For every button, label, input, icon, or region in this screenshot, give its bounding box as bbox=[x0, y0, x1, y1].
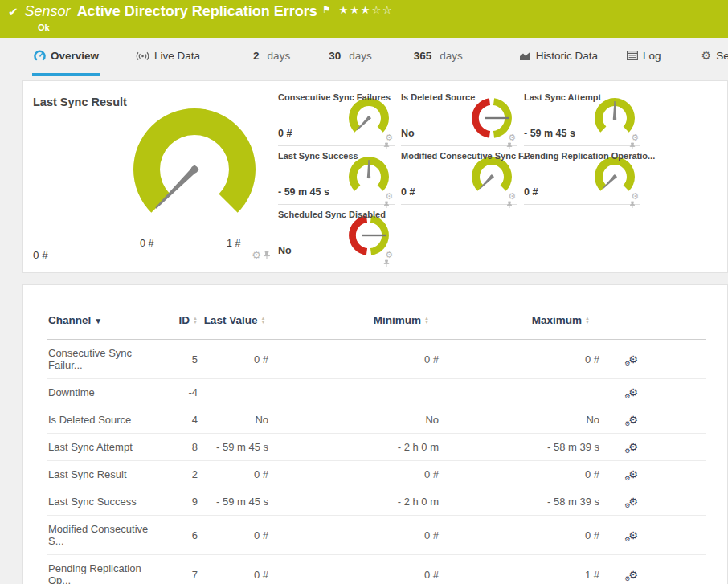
pin-icon[interactable] bbox=[629, 142, 636, 150]
channel-settings-icon[interactable]: ⚙⚙ bbox=[628, 496, 638, 508]
channel-minimum: 0 # bbox=[270, 340, 440, 379]
channel-settings-icon[interactable]: ⚙⚙ bbox=[628, 386, 638, 398]
table-row[interactable]: Consecutive Sync Failur... 5 0 # 0 # 0 #… bbox=[47, 340, 706, 379]
channel-name[interactable]: Downtime bbox=[47, 379, 167, 406]
tab-number: 30 bbox=[329, 50, 341, 62]
sort-icon: ▲▼ bbox=[260, 317, 265, 325]
column-header-channel[interactable]: Channel▼ bbox=[47, 303, 167, 340]
gauge-settings-gear-icon[interactable]: ⚙ bbox=[508, 133, 516, 142]
channel-settings-icon[interactable]: ⚙⚙ bbox=[628, 353, 638, 366]
tab-2-days[interactable]: 2 days bbox=[252, 38, 292, 76]
sensor-header: ✔ Sensor Active Directory Replication Er… bbox=[0, 0, 728, 38]
pin-icon[interactable] bbox=[263, 251, 271, 260]
tab-log[interactable]: Log bbox=[625, 38, 663, 76]
channel-name[interactable]: Modified Consecutive S... bbox=[47, 516, 167, 555]
channel-name[interactable]: Last Sync Success bbox=[47, 488, 167, 516]
channel-name[interactable]: Is Deleted Source bbox=[47, 406, 167, 434]
table-row[interactable]: Modified Consecutive S... 6 0 # 0 # 0 # … bbox=[47, 516, 706, 555]
gauge-settings-gear-icon[interactable]: ⚙ bbox=[385, 192, 393, 201]
tab-live-data[interactable]: Live Data bbox=[134, 38, 202, 76]
table-row[interactable]: Last Sync Result 2 0 # 0 # 0 # ⚙⚙ bbox=[47, 461, 706, 488]
channel-maximum: 0 # bbox=[440, 516, 601, 555]
table-row[interactable]: Last Sync Attempt 8 - 59 m 45 s - 2 h 0 … bbox=[47, 434, 706, 461]
tab-overview[interactable]: Overview bbox=[32, 38, 100, 76]
column-header-id[interactable]: ID▲▼ bbox=[167, 303, 199, 340]
channel-name[interactable]: Last Sync Attempt bbox=[47, 434, 167, 461]
channel-minimum: No bbox=[270, 406, 440, 434]
priority-stars[interactable]: ★★★☆☆ bbox=[339, 4, 394, 16]
channel-last-value: 0 # bbox=[199, 461, 270, 488]
channel-maximum: - 58 m 39 s bbox=[440, 488, 601, 516]
tab-bar: Overview Live Data 2 days 30 days 365 da… bbox=[0, 38, 728, 76]
pin-icon[interactable] bbox=[506, 201, 513, 209]
channel-minimum: - 2 h 0 m bbox=[270, 434, 440, 461]
channel-settings-icon[interactable]: ⚙⚙ bbox=[628, 414, 638, 426]
channel-table: Channel▼ ID▲▼ Last Value▲▼ Minimum▲▼ Max… bbox=[47, 303, 706, 584]
channel-id: 5 bbox=[167, 340, 199, 379]
live-data-icon bbox=[136, 51, 149, 61]
channel-id: 8 bbox=[167, 434, 199, 461]
gauge-cell-last-sync-result: Last Sync Result 0 # 1 # 0 # ⚙ bbox=[31, 86, 274, 267]
gauge-cell-last-sync-attempt: Last Sync Attempt - 59 m 45 s ⚙ bbox=[524, 88, 640, 146]
gauge-title: Last Sync Attempt bbox=[524, 88, 640, 102]
column-header-minimum[interactable]: Minimum▲▼ bbox=[270, 303, 440, 340]
channel-id: 4 bbox=[167, 406, 199, 434]
table-row[interactable]: Last Sync Success 9 - 59 m 45 s - 2 h 0 … bbox=[47, 488, 706, 516]
table-row[interactable]: Downtime -4 ⚙⚙ bbox=[47, 379, 706, 406]
small-gauge-grid: Consecutive Sync Failures 0 # ⚙ Is Delet… bbox=[278, 88, 640, 263]
gauge-cell-modified-consecutive-sync-failures: Modified Consecutive Sync F... 0 # ⚙ bbox=[401, 146, 517, 205]
tab-number: 2 bbox=[253, 50, 260, 62]
channel-maximum: - 58 m 39 s bbox=[440, 434, 601, 461]
gauge-settings-gear-icon[interactable]: ⚙ bbox=[252, 250, 261, 260]
sensor-kind-label: Sensor bbox=[25, 3, 71, 20]
channel-minimum: - 2 h 0 m bbox=[270, 488, 440, 516]
flag-icon[interactable]: ⚑ bbox=[322, 4, 331, 15]
gauge-settings-gear-icon[interactable]: ⚙ bbox=[385, 251, 393, 259]
tab-historic-data[interactable]: Historic Data bbox=[517, 38, 599, 76]
gauge-cell-scheduled-sync-disabled: Scheduled Sync Disabled No ⚙ bbox=[278, 205, 395, 263]
pin-icon[interactable] bbox=[506, 142, 513, 150]
table-row[interactable]: Pending Replication Op... 7 0 # 0 # 1 # … bbox=[47, 555, 706, 584]
channel-last-value: 0 # bbox=[199, 340, 270, 379]
gauge-settings-gear-icon[interactable]: ⚙ bbox=[508, 192, 516, 201]
channel-settings-icon[interactable]: ⚙⚙ bbox=[628, 529, 638, 541]
channel-last-value: No bbox=[199, 406, 270, 434]
channel-name[interactable]: Consecutive Sync Failur... bbox=[47, 340, 167, 379]
channel-minimum: 0 # bbox=[270, 516, 440, 555]
tab-label: Live Data bbox=[154, 50, 200, 62]
channel-settings-icon[interactable]: ⚙⚙ bbox=[628, 569, 638, 581]
gauge-value: 0 # bbox=[401, 186, 415, 198]
tab-number: 365 bbox=[414, 50, 432, 62]
column-header-maximum[interactable]: Maximum▲▼ bbox=[440, 303, 601, 340]
channel-settings-icon[interactable]: ⚙⚙ bbox=[628, 441, 638, 453]
channel-table-panel: Channel▼ ID▲▼ Last Value▲▼ Minimum▲▼ Max… bbox=[22, 284, 728, 584]
channel-maximum: 1 # bbox=[440, 555, 601, 584]
settings-gear-icon: ⚙ bbox=[701, 50, 712, 61]
channel-name[interactable]: Last Sync Result bbox=[47, 461, 167, 488]
gauge-scale-max: 1 # bbox=[227, 238, 240, 249]
sensor-title: Active Directory Replication Errors bbox=[77, 3, 317, 20]
channel-maximum: 0 # bbox=[440, 461, 601, 488]
tab-label: Log bbox=[643, 50, 661, 62]
historic-data-icon bbox=[519, 51, 531, 61]
gauge-settings-gear-icon[interactable]: ⚙ bbox=[631, 192, 639, 201]
channel-id: 2 bbox=[167, 461, 199, 488]
pin-icon[interactable] bbox=[383, 201, 390, 209]
channel-name[interactable]: Pending Replication Op... bbox=[47, 555, 167, 584]
pin-icon[interactable] bbox=[383, 259, 390, 267]
gauge-scale-min: 0 # bbox=[140, 238, 153, 249]
channel-settings-icon[interactable]: ⚙⚙ bbox=[628, 468, 638, 480]
pin-icon[interactable] bbox=[383, 142, 390, 150]
sort-icon: ▲▼ bbox=[585, 317, 590, 325]
pin-icon[interactable] bbox=[629, 201, 636, 209]
channel-last-value: 0 # bbox=[199, 516, 270, 555]
dropdown-caret-icon: ▼ bbox=[94, 317, 102, 325]
tab-settings[interactable]: ⚙ Settings bbox=[700, 38, 728, 76]
table-row[interactable]: Is Deleted Source 4 No No No ⚙⚙ bbox=[47, 406, 706, 434]
gauge-settings-gear-icon[interactable]: ⚙ bbox=[385, 133, 393, 142]
tab-label: Overview bbox=[51, 50, 99, 62]
column-header-last-value[interactable]: Last Value▲▼ bbox=[199, 303, 270, 340]
gauge-settings-gear-icon[interactable]: ⚙ bbox=[631, 133, 639, 142]
tab-30-days[interactable]: 30 days bbox=[327, 38, 374, 76]
tab-365-days[interactable]: 365 days bbox=[412, 38, 464, 76]
